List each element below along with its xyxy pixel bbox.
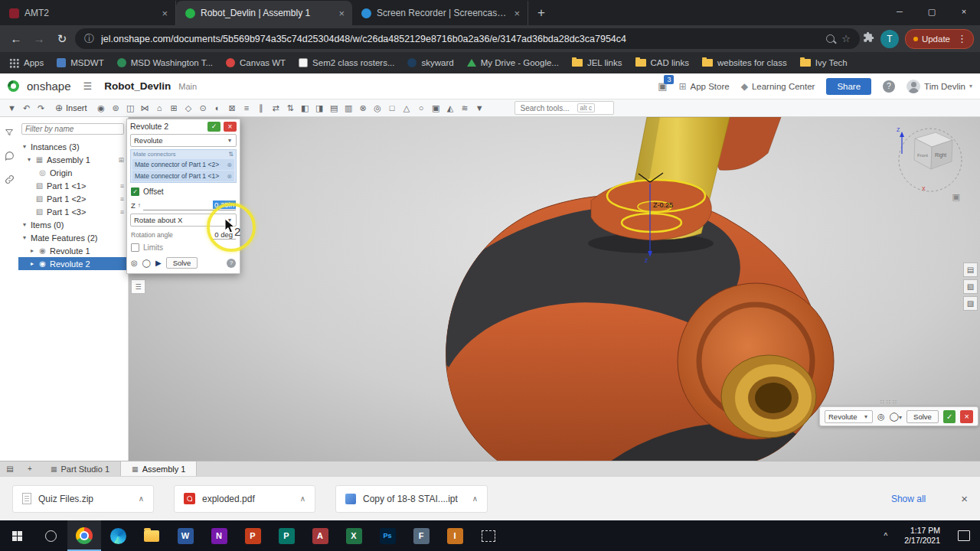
solve-button[interactable]: Solve bbox=[906, 410, 939, 423]
bookmark-folder[interactable]: Ivy Tech bbox=[800, 58, 848, 67]
tab-assembly[interactable]: ▦ Assembly 1 bbox=[121, 461, 197, 476]
solve-button[interactable]: Solve bbox=[166, 257, 198, 269]
toolbar-icon[interactable]: △ bbox=[400, 103, 414, 113]
onshape-logo-text[interactable]: onshape bbox=[27, 80, 71, 93]
toolbar-icon[interactable]: ⊠ bbox=[225, 103, 240, 113]
toolbar-icon[interactable]: ◎ bbox=[371, 103, 385, 113]
mate-connector-item[interactable]: Mate connector of Part 1 <1> ⊗ bbox=[132, 171, 234, 181]
window-maximize-button[interactable]: ▢ bbox=[916, 0, 948, 23]
caret-down-icon[interactable]: ▾ bbox=[21, 221, 28, 228]
tab-close-icon[interactable]: × bbox=[512, 8, 521, 19]
toolbar-icon[interactable]: ⇄ bbox=[269, 103, 283, 113]
filter-by-name-input[interactable] bbox=[21, 123, 124, 135]
document-title[interactable]: Robot_Devlin bbox=[104, 80, 171, 92]
part-actions-icon[interactable]: ≡ bbox=[120, 208, 124, 216]
download-item[interactable]: Quiz Files.zip ∧ bbox=[12, 485, 154, 513]
part-actions-icon[interactable]: ≡ bbox=[120, 195, 124, 203]
browser-tab-onshape[interactable]: Robot_Devlin | Assembly 1 × bbox=[176, 1, 352, 25]
caret-down-icon[interactable]: ▾ bbox=[21, 143, 28, 150]
tab-close-icon[interactable]: × bbox=[337, 8, 346, 19]
close-downloads-bar-icon[interactable]: × bbox=[961, 492, 968, 505]
tree-item-part[interactable]: ▧ Part 1 <2> ≡ bbox=[18, 192, 128, 205]
cancel-button[interactable]: × bbox=[224, 122, 237, 132]
taskbar-app[interactable]: F bbox=[404, 520, 438, 551]
toolbar-icon[interactable]: ▥ bbox=[341, 103, 356, 113]
robot-shoulder-joint[interactable] bbox=[678, 283, 834, 439]
tree-header-items[interactable]: ▾ Items (0) bbox=[18, 218, 128, 231]
taskbar-excel[interactable]: X bbox=[337, 520, 371, 551]
download-menu-icon[interactable]: ∧ bbox=[292, 494, 305, 503]
url-input[interactable]: ⓘ jel.onshape.com/documents/5b569b974a35… bbox=[75, 28, 860, 49]
graphics-viewport[interactable]: Z-0.25 z Front Right Z X ▣ ▤ ▧ ▨ ☰ ∷∷∷ R… bbox=[129, 117, 980, 461]
toolbar-icon[interactable]: ◉ bbox=[94, 103, 109, 113]
assembly-actions-icon[interactable]: ⊞ bbox=[118, 156, 124, 164]
offset-checkbox[interactable]: ✓ bbox=[131, 187, 139, 196]
search-tools-input[interactable] bbox=[519, 103, 574, 113]
toolbar-icon[interactable]: ⋈ bbox=[138, 103, 152, 113]
view-cube[interactable]: Front Right Z X bbox=[888, 122, 971, 194]
toolbar-icon[interactable]: □ bbox=[385, 103, 400, 113]
download-item[interactable]: exploded.pdf ∧ bbox=[174, 485, 315, 513]
caret-down-icon[interactable]: ▾ bbox=[26, 156, 32, 163]
bookmark-star-icon[interactable]: ☆ bbox=[841, 33, 851, 44]
refresh-button[interactable]: ↻ bbox=[52, 29, 72, 49]
mate-type-dropdown[interactable]: Revolute ▾ bbox=[825, 410, 873, 423]
taskbar-publisher[interactable]: P bbox=[270, 520, 303, 551]
panel-toggle-icon[interactable]: ▨ bbox=[963, 296, 978, 311]
taskbar-clock[interactable]: 1:17 PM 2/17/2021 bbox=[897, 526, 948, 546]
bookmark-item[interactable]: My Drive - Google... bbox=[467, 58, 559, 67]
extensions-icon[interactable] bbox=[863, 31, 874, 46]
add-tab-button[interactable]: + bbox=[20, 461, 40, 476]
tree-item-origin[interactable]: ◎ Origin bbox=[18, 166, 128, 179]
bookmark-folder[interactable]: JEL links bbox=[572, 58, 622, 67]
taskbar-word[interactable]: W bbox=[168, 520, 202, 551]
bookmark-item[interactable]: MSDWT bbox=[57, 58, 103, 67]
new-tab-button[interactable]: + bbox=[528, 4, 554, 25]
toolbar-icon[interactable]: ▣ bbox=[429, 103, 443, 113]
window-minimize-button[interactable]: ─ bbox=[884, 0, 916, 23]
tree-header-instances[interactable]: ▾ Instances (3) bbox=[18, 140, 128, 153]
taskbar-chrome[interactable] bbox=[67, 520, 101, 551]
tab-close-icon[interactable]: × bbox=[160, 8, 169, 19]
remove-icon[interactable]: ⊗ bbox=[227, 161, 232, 168]
download-item[interactable]: Copy of 18-8 STAI....ipt ∧ bbox=[335, 485, 488, 513]
toolbar-icon[interactable]: ≋ bbox=[458, 103, 472, 113]
mate-type-dropdown[interactable]: Revolute ▾ bbox=[130, 134, 237, 147]
toolbar-icon[interactable]: ⊗ bbox=[356, 103, 371, 113]
action-center-button[interactable] bbox=[948, 520, 980, 551]
toolbar-icon[interactable]: ▼ bbox=[472, 103, 487, 113]
bookmark-item[interactable]: Sem2 class rosters... bbox=[299, 58, 394, 67]
tree-item-revolute-2[interactable]: ▸ ◉ Revolute 2 bbox=[18, 257, 128, 270]
search-button[interactable] bbox=[34, 520, 67, 551]
toolbar-drag-handle[interactable]: ∷∷∷ bbox=[880, 399, 899, 406]
start-button[interactable] bbox=[0, 520, 34, 551]
app-store-link[interactable]: ⊞App Store bbox=[678, 81, 729, 92]
bookmark-folder[interactable]: CAD links bbox=[635, 58, 689, 67]
notifications-icon[interactable]: ▣3 bbox=[658, 80, 667, 92]
bookmark-item[interactable]: skyward bbox=[407, 58, 453, 67]
mate-connector-item[interactable]: Mate connector of Part 1 <2> ⊗ bbox=[132, 159, 234, 170]
back-button[interactable]: ← bbox=[6, 29, 26, 49]
toolbar-icon[interactable]: ∥ bbox=[254, 103, 269, 113]
toolbar-icon[interactable]: ⇅ bbox=[283, 103, 298, 113]
caret-right-icon[interactable]: ▸ bbox=[29, 247, 35, 254]
toolbar-icon[interactable]: ◭ bbox=[443, 103, 458, 113]
insert-button[interactable]: ⊕Insert bbox=[48, 103, 94, 113]
site-info-icon[interactable]: ⓘ bbox=[84, 32, 94, 46]
download-menu-icon[interactable]: ∧ bbox=[131, 494, 144, 503]
help-icon[interactable]: ? bbox=[227, 259, 236, 268]
taskbar-file-explorer[interactable] bbox=[135, 520, 168, 551]
bookmark-folder[interactable]: websites for class bbox=[702, 58, 787, 67]
toolbar-icon[interactable]: ○ bbox=[414, 103, 429, 113]
swap-order-icon[interactable]: ⇅ bbox=[228, 151, 234, 158]
taskbar-photoshop[interactable]: Ps bbox=[371, 520, 404, 551]
accept-button[interactable]: ✓ bbox=[943, 410, 956, 423]
bookmark-item[interactable]: MSD Washington T... bbox=[117, 58, 213, 67]
mate-ring-icon[interactable]: ◯▾ bbox=[890, 412, 902, 422]
taskbar-powerpoint[interactable]: P bbox=[236, 520, 270, 551]
comments-icon[interactable] bbox=[5, 150, 15, 164]
bookmark-item[interactable]: Canvas WT bbox=[226, 58, 286, 67]
offset-checkbox-row[interactable]: ✓ Offset bbox=[127, 185, 240, 198]
taskbar-edge[interactable] bbox=[101, 520, 135, 551]
caret-right-icon[interactable]: ▸ bbox=[29, 260, 35, 267]
